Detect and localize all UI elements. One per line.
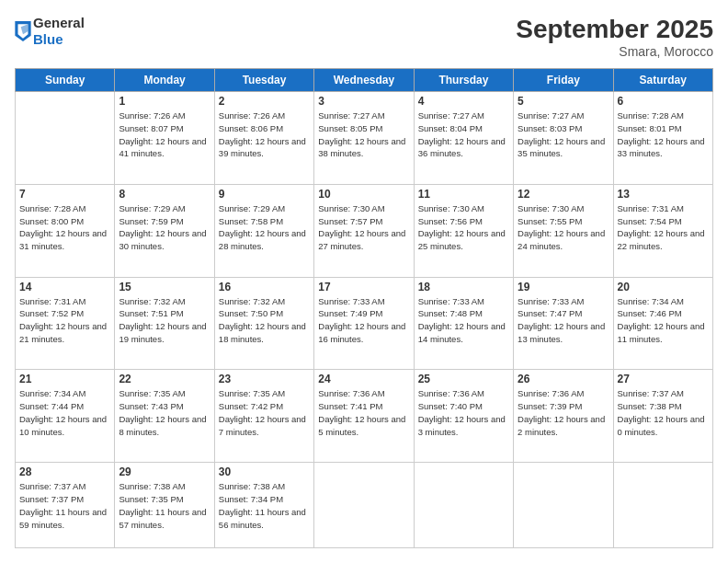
table-row: 14Sunrise: 7:31 AMSunset: 7:52 PMDayligh…: [16, 277, 115, 370]
day-number: 12: [518, 188, 609, 201]
header-tuesday: Tuesday: [214, 69, 313, 92]
title-block: September 2025 Smara, Morocco: [516, 15, 713, 59]
day-info: Sunrise: 7:31 AMSunset: 7:52 PMDaylight:…: [19, 296, 107, 344]
table-row: 20Sunrise: 7:34 AMSunset: 7:46 PMDayligh…: [613, 277, 712, 370]
day-number: 25: [418, 373, 509, 385]
day-info: Sunrise: 7:34 AMSunset: 7:44 PMDaylight:…: [19, 388, 107, 436]
day-info: Sunrise: 7:27 AMSunset: 8:05 PMDaylight:…: [318, 110, 405, 158]
day-info: Sunrise: 7:35 AMSunset: 7:42 PMDaylight:…: [219, 388, 306, 436]
day-info: Sunrise: 7:26 AMSunset: 8:06 PMDaylight:…: [219, 110, 306, 158]
day-number: 20: [618, 281, 709, 293]
day-number: 8: [119, 188, 210, 201]
table-row: [514, 463, 613, 548]
table-row: 25Sunrise: 7:36 AMSunset: 7:40 PMDayligh…: [414, 370, 513, 463]
day-info: Sunrise: 7:29 AMSunset: 7:59 PMDaylight:…: [119, 203, 206, 251]
day-info: Sunrise: 7:33 AMSunset: 7:49 PMDaylight:…: [318, 296, 405, 344]
day-number: 9: [219, 188, 310, 201]
header-friday: Friday: [514, 69, 613, 92]
day-number: 7: [19, 188, 110, 201]
day-info: Sunrise: 7:37 AMSunset: 7:37 PMDaylight:…: [19, 481, 107, 529]
day-number: 29: [119, 465, 210, 478]
day-info: Sunrise: 7:29 AMSunset: 7:58 PMDaylight:…: [219, 203, 306, 251]
day-info: Sunrise: 7:33 AMSunset: 7:48 PMDaylight:…: [418, 296, 506, 344]
day-info: Sunrise: 7:30 AMSunset: 7:57 PMDaylight:…: [318, 203, 405, 251]
table-row: 24Sunrise: 7:36 AMSunset: 7:41 PMDayligh…: [314, 370, 414, 463]
table-row: [16, 92, 115, 185]
logo-icon: [15, 21, 31, 41]
logo-general: General: [33, 15, 85, 31]
table-row: 27Sunrise: 7:37 AMSunset: 7:38 PMDayligh…: [613, 370, 712, 463]
table-row: 17Sunrise: 7:33 AMSunset: 7:49 PMDayligh…: [314, 277, 414, 370]
calendar-week-row: 7Sunrise: 7:28 AMSunset: 8:00 PMDaylight…: [16, 184, 713, 277]
day-number: 17: [318, 281, 409, 293]
logo-text: General Blue: [33, 15, 85, 48]
day-number: 4: [418, 95, 509, 108]
table-row: 29Sunrise: 7:38 AMSunset: 7:35 PMDayligh…: [115, 463, 214, 548]
day-number: 13: [618, 188, 709, 201]
table-row: 19Sunrise: 7:33 AMSunset: 7:47 PMDayligh…: [514, 277, 613, 370]
day-info: Sunrise: 7:32 AMSunset: 7:51 PMDaylight:…: [119, 296, 206, 344]
day-info: Sunrise: 7:27 AMSunset: 8:03 PMDaylight:…: [518, 110, 605, 158]
day-info: Sunrise: 7:36 AMSunset: 7:39 PMDaylight:…: [518, 388, 605, 436]
table-row: 10Sunrise: 7:30 AMSunset: 7:57 PMDayligh…: [314, 184, 414, 277]
table-row: 3Sunrise: 7:27 AMSunset: 8:05 PMDaylight…: [314, 92, 414, 185]
day-info: Sunrise: 7:37 AMSunset: 7:38 PMDaylight:…: [618, 388, 705, 436]
day-number: 26: [518, 373, 609, 385]
day-number: 22: [119, 373, 210, 385]
table-row: 8Sunrise: 7:29 AMSunset: 7:59 PMDaylight…: [115, 184, 214, 277]
table-row: 30Sunrise: 7:38 AMSunset: 7:34 PMDayligh…: [214, 463, 313, 548]
table-row: 28Sunrise: 7:37 AMSunset: 7:37 PMDayligh…: [16, 463, 115, 548]
day-number: 18: [418, 281, 509, 293]
calendar-table: Sunday Monday Tuesday Wednesday Thursday…: [15, 68, 713, 548]
table-row: 13Sunrise: 7:31 AMSunset: 7:54 PMDayligh…: [613, 184, 712, 277]
table-row: 26Sunrise: 7:36 AMSunset: 7:39 PMDayligh…: [514, 370, 613, 463]
day-number: 2: [219, 95, 310, 108]
day-info: Sunrise: 7:33 AMSunset: 7:47 PMDaylight:…: [518, 296, 605, 344]
day-number: 15: [119, 281, 210, 293]
logo-blue: Blue: [33, 31, 85, 48]
table-row: 1Sunrise: 7:26 AMSunset: 8:07 PMDaylight…: [115, 92, 214, 185]
header-sunday: Sunday: [16, 69, 115, 92]
day-number: 16: [219, 281, 310, 293]
day-number: 24: [318, 373, 409, 385]
day-number: 6: [618, 95, 709, 108]
day-info: Sunrise: 7:31 AMSunset: 7:54 PMDaylight:…: [618, 203, 705, 251]
day-number: 5: [518, 95, 609, 108]
day-number: 11: [418, 188, 509, 201]
calendar-week-row: 21Sunrise: 7:34 AMSunset: 7:44 PMDayligh…: [16, 370, 713, 463]
table-row: 9Sunrise: 7:29 AMSunset: 7:58 PMDaylight…: [214, 184, 313, 277]
day-number: 23: [219, 373, 310, 385]
day-number: 3: [318, 95, 409, 108]
day-info: Sunrise: 7:28 AMSunset: 8:01 PMDaylight:…: [618, 110, 705, 158]
day-number: 14: [19, 281, 110, 293]
day-info: Sunrise: 7:32 AMSunset: 7:50 PMDaylight:…: [219, 296, 306, 344]
header-wednesday: Wednesday: [314, 69, 414, 92]
logo: General Blue: [15, 15, 85, 48]
header: General Blue September 2025 Smara, Moroc…: [15, 15, 713, 59]
day-info: Sunrise: 7:38 AMSunset: 7:35 PMDaylight:…: [119, 481, 206, 529]
table-row: 16Sunrise: 7:32 AMSunset: 7:50 PMDayligh…: [214, 277, 313, 370]
calendar-week-row: 28Sunrise: 7:37 AMSunset: 7:37 PMDayligh…: [16, 463, 713, 548]
calendar-week-row: 14Sunrise: 7:31 AMSunset: 7:52 PMDayligh…: [16, 277, 713, 370]
table-row: 6Sunrise: 7:28 AMSunset: 8:01 PMDaylight…: [613, 92, 712, 185]
header-monday: Monday: [115, 69, 214, 92]
table-row: [414, 463, 513, 548]
header-thursday: Thursday: [414, 69, 513, 92]
table-row: [314, 463, 414, 548]
page: General Blue September 2025 Smara, Moroc…: [0, 0, 728, 563]
table-row: 23Sunrise: 7:35 AMSunset: 7:42 PMDayligh…: [214, 370, 313, 463]
day-number: 28: [19, 465, 110, 478]
day-number: 1: [119, 95, 210, 108]
table-row: 2Sunrise: 7:26 AMSunset: 8:06 PMDaylight…: [214, 92, 313, 185]
month-title: September 2025: [516, 15, 713, 44]
table-row: [613, 463, 712, 548]
day-info: Sunrise: 7:34 AMSunset: 7:46 PMDaylight:…: [618, 296, 705, 344]
table-row: 4Sunrise: 7:27 AMSunset: 8:04 PMDaylight…: [414, 92, 513, 185]
day-info: Sunrise: 7:28 AMSunset: 8:00 PMDaylight:…: [19, 203, 107, 251]
table-row: 12Sunrise: 7:30 AMSunset: 7:55 PMDayligh…: [514, 184, 613, 277]
table-row: 15Sunrise: 7:32 AMSunset: 7:51 PMDayligh…: [115, 277, 214, 370]
day-info: Sunrise: 7:30 AMSunset: 7:55 PMDaylight:…: [518, 203, 605, 251]
weekday-header-row: Sunday Monday Tuesday Wednesday Thursday…: [16, 69, 713, 92]
day-number: 21: [19, 373, 110, 385]
day-info: Sunrise: 7:35 AMSunset: 7:43 PMDaylight:…: [119, 388, 206, 436]
